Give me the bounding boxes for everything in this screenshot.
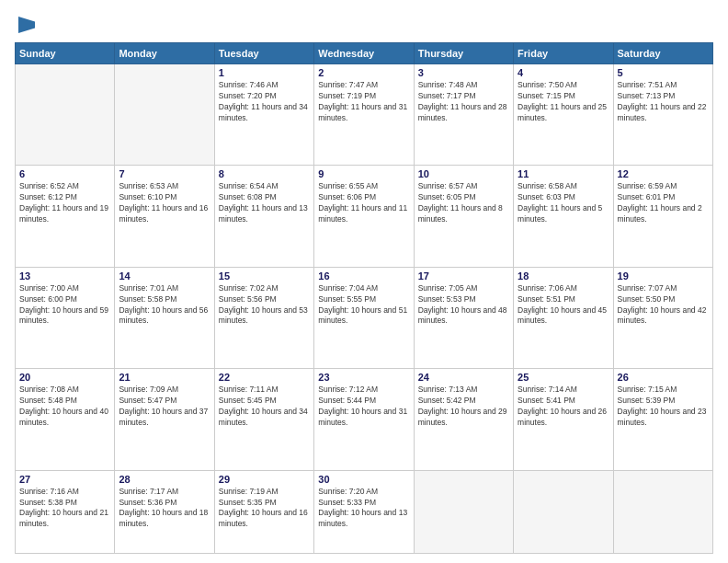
day-number: 26 [618, 372, 709, 383]
calendar-cell: 26Sunrise: 7:15 AMSunset: 5:39 PMDayligh… [613, 369, 712, 470]
day-number: 18 [518, 270, 609, 282]
calendar-cell: 15Sunrise: 7:02 AMSunset: 5:56 PMDayligh… [214, 267, 313, 368]
day-info: Sunrise: 7:12 AMSunset: 5:44 PMDaylight:… [318, 385, 409, 429]
day-info: Sunrise: 7:14 AMSunset: 5:41 PMDaylight:… [518, 385, 609, 429]
calendar-cell: 27Sunrise: 7:16 AMSunset: 5:38 PMDayligh… [16, 470, 115, 553]
day-info: Sunrise: 6:53 AMSunset: 6:10 PMDaylight:… [119, 181, 210, 225]
calendar-day-header: Tuesday [214, 43, 313, 64]
calendar-day-header: Friday [514, 43, 613, 64]
calendar-cell: 17Sunrise: 7:05 AMSunset: 5:53 PMDayligh… [414, 267, 513, 368]
calendar-cell: 8Sunrise: 6:54 AMSunset: 6:08 PMDaylight… [214, 166, 313, 267]
day-number: 29 [219, 474, 310, 485]
calendar-header-row: SundayMondayTuesdayWednesdayThursdayFrid… [16, 43, 713, 64]
day-number: 25 [518, 372, 609, 383]
day-number: 13 [19, 270, 110, 282]
day-number: 6 [19, 168, 110, 179]
day-info: Sunrise: 7:17 AMSunset: 5:36 PMDaylight:… [119, 487, 210, 531]
day-info: Sunrise: 7:46 AMSunset: 7:20 PMDaylight:… [219, 80, 310, 124]
calendar-cell: 3Sunrise: 7:48 AMSunset: 7:17 PMDaylight… [414, 64, 513, 166]
day-info: Sunrise: 7:48 AMSunset: 7:17 PMDaylight:… [418, 80, 509, 124]
day-info: Sunrise: 7:47 AMSunset: 7:19 PMDaylight:… [318, 80, 409, 124]
day-number: 22 [219, 372, 310, 383]
day-number: 5 [618, 67, 709, 78]
calendar-cell: 30Sunrise: 7:20 AMSunset: 5:33 PMDayligh… [314, 470, 414, 553]
calendar-day-header: Wednesday [314, 43, 414, 64]
day-number: 4 [518, 67, 609, 78]
calendar-cell: 18Sunrise: 7:06 AMSunset: 5:51 PMDayligh… [514, 267, 613, 368]
calendar-cell: 12Sunrise: 6:59 AMSunset: 6:01 PMDayligh… [613, 166, 712, 267]
calendar-cell: 16Sunrise: 7:04 AMSunset: 5:55 PMDayligh… [314, 267, 414, 368]
day-info: Sunrise: 7:00 AMSunset: 6:00 PMDaylight:… [19, 283, 110, 327]
day-number: 10 [418, 168, 509, 179]
calendar-cell: 22Sunrise: 7:11 AMSunset: 5:45 PMDayligh… [214, 369, 313, 470]
calendar-week-row: 27Sunrise: 7:16 AMSunset: 5:38 PMDayligh… [16, 470, 713, 553]
day-info: Sunrise: 6:55 AMSunset: 6:06 PMDaylight:… [318, 181, 409, 225]
day-info: Sunrise: 7:07 AMSunset: 5:50 PMDaylight:… [618, 283, 709, 327]
calendar-cell: 25Sunrise: 7:14 AMSunset: 5:41 PMDayligh… [514, 369, 613, 470]
calendar-week-row: 6Sunrise: 6:52 AMSunset: 6:12 PMDaylight… [16, 166, 713, 267]
day-info: Sunrise: 6:54 AMSunset: 6:08 PMDaylight:… [219, 181, 310, 225]
day-number: 11 [518, 168, 609, 179]
day-info: Sunrise: 7:11 AMSunset: 5:45 PMDaylight:… [219, 385, 310, 429]
calendar-day-header: Monday [115, 43, 214, 64]
day-number: 30 [318, 474, 409, 485]
day-number: 12 [618, 168, 709, 179]
calendar-cell: 5Sunrise: 7:51 AMSunset: 7:13 PMDaylight… [613, 64, 712, 166]
calendar-cell: 23Sunrise: 7:12 AMSunset: 5:44 PMDayligh… [314, 369, 414, 470]
calendar-cell [414, 470, 513, 553]
calendar-table: SundayMondayTuesdayWednesdayThursdayFrid… [15, 42, 713, 554]
logo-icon [18, 17, 35, 33]
calendar-cell: 14Sunrise: 7:01 AMSunset: 5:58 PMDayligh… [115, 267, 214, 368]
day-number: 16 [318, 270, 409, 282]
calendar-cell: 29Sunrise: 7:19 AMSunset: 5:35 PMDayligh… [214, 470, 313, 553]
day-info: Sunrise: 7:04 AMSunset: 5:55 PMDaylight:… [318, 283, 409, 327]
day-number: 20 [19, 372, 110, 383]
calendar-cell: 11Sunrise: 6:58 AMSunset: 6:03 PMDayligh… [514, 166, 613, 267]
calendar-cell: 1Sunrise: 7:46 AMSunset: 7:20 PMDaylight… [214, 64, 313, 166]
calendar-cell: 6Sunrise: 6:52 AMSunset: 6:12 PMDaylight… [16, 166, 115, 267]
calendar-cell [115, 64, 214, 166]
day-info: Sunrise: 7:50 AMSunset: 7:15 PMDaylight:… [518, 80, 609, 124]
calendar-cell: 13Sunrise: 7:00 AMSunset: 6:00 PMDayligh… [16, 267, 115, 368]
day-number: 9 [318, 168, 409, 179]
day-info: Sunrise: 7:02 AMSunset: 5:56 PMDaylight:… [219, 283, 310, 327]
calendar-cell [613, 470, 712, 553]
day-number: 19 [618, 270, 709, 282]
calendar-cell: 4Sunrise: 7:50 AMSunset: 7:15 PMDaylight… [514, 64, 613, 166]
day-number: 14 [119, 270, 210, 282]
day-info: Sunrise: 6:52 AMSunset: 6:12 PMDaylight:… [19, 181, 110, 225]
day-number: 2 [318, 67, 409, 78]
day-number: 15 [219, 270, 310, 282]
page: SundayMondayTuesdayWednesdayThursdayFrid… [0, 0, 728, 563]
day-info: Sunrise: 7:01 AMSunset: 5:58 PMDaylight:… [119, 283, 210, 327]
day-number: 28 [119, 474, 210, 485]
day-info: Sunrise: 7:09 AMSunset: 5:47 PMDaylight:… [119, 385, 210, 429]
day-info: Sunrise: 7:05 AMSunset: 5:53 PMDaylight:… [418, 283, 509, 327]
calendar-cell: 19Sunrise: 7:07 AMSunset: 5:50 PMDayligh… [613, 267, 712, 368]
calendar-cell: 20Sunrise: 7:08 AMSunset: 5:48 PMDayligh… [16, 369, 115, 470]
calendar-week-row: 20Sunrise: 7:08 AMSunset: 5:48 PMDayligh… [16, 369, 713, 470]
day-info: Sunrise: 7:19 AMSunset: 5:35 PMDaylight:… [219, 487, 310, 531]
day-number: 23 [318, 372, 409, 383]
day-number: 3 [418, 67, 509, 78]
calendar-cell: 21Sunrise: 7:09 AMSunset: 5:47 PMDayligh… [115, 369, 214, 470]
day-info: Sunrise: 6:59 AMSunset: 6:01 PMDaylight:… [618, 181, 709, 225]
calendar-cell: 2Sunrise: 7:47 AMSunset: 7:19 PMDaylight… [314, 64, 414, 166]
day-info: Sunrise: 7:08 AMSunset: 5:48 PMDaylight:… [19, 385, 110, 429]
calendar-cell: 9Sunrise: 6:55 AMSunset: 6:06 PMDaylight… [314, 166, 414, 267]
calendar-day-header: Thursday [414, 43, 513, 64]
day-number: 17 [418, 270, 509, 282]
day-info: Sunrise: 7:16 AMSunset: 5:38 PMDaylight:… [19, 487, 110, 531]
day-number: 27 [19, 474, 110, 485]
day-info: Sunrise: 7:20 AMSunset: 5:33 PMDaylight:… [318, 487, 409, 531]
calendar-cell: 28Sunrise: 7:17 AMSunset: 5:36 PMDayligh… [115, 470, 214, 553]
calendar-cell [514, 470, 613, 553]
day-info: Sunrise: 7:15 AMSunset: 5:39 PMDaylight:… [618, 385, 709, 429]
day-info: Sunrise: 7:06 AMSunset: 5:51 PMDaylight:… [518, 283, 609, 327]
day-number: 8 [219, 168, 310, 179]
day-info: Sunrise: 7:51 AMSunset: 7:13 PMDaylight:… [618, 80, 709, 124]
day-number: 24 [418, 372, 509, 383]
day-number: 1 [219, 67, 310, 78]
calendar-cell: 10Sunrise: 6:57 AMSunset: 6:05 PMDayligh… [414, 166, 513, 267]
calendar-cell: 24Sunrise: 7:13 AMSunset: 5:42 PMDayligh… [414, 369, 513, 470]
